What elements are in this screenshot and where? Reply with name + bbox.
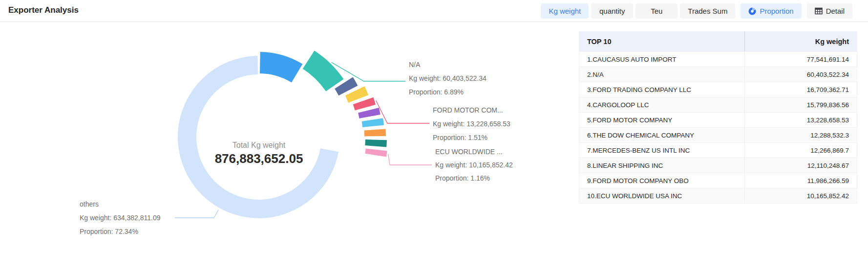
- pie-slice-9[interactable]: [365, 149, 387, 157]
- table-row[interactable]: 10.ECU WORLDWIDE USA INC10,165,852.42: [579, 188, 857, 203]
- callout-na-kg: Kg weight: 60,403,522.34: [409, 71, 487, 85]
- kg-weight-cell: 12,110,248.67: [744, 158, 857, 173]
- kg-weight-cell: 12,266,869.7: [744, 143, 857, 158]
- table-row[interactable]: 6.THE DOW CHEMICAL COMPANY12,288,532.3: [579, 127, 857, 142]
- tab-trades-sum[interactable]: Trades Sum: [680, 3, 735, 19]
- tab-teu[interactable]: Teu: [635, 3, 677, 19]
- pie-slice-7[interactable]: [364, 129, 386, 137]
- callout-na-name: N/A: [409, 58, 487, 71]
- callout-others-kg: Kg weight: 634,382,811.09: [80, 211, 161, 225]
- page-title: Exporter Analysis: [8, 5, 79, 15]
- exporter-name-cell: 1.CAUCASUS AUTO IMPORT: [579, 56, 744, 63]
- page-header: Exporter Analysis Kg weight quantity Teu…: [0, 0, 868, 22]
- exporter-name-cell: 6.THE DOW CHEMICAL COMPANY: [579, 132, 744, 139]
- exporter-name-cell: 5.FORD MOTOR COMPANY: [579, 116, 744, 124]
- exporter-name-cell: 4.CARGOLOOP LLC: [579, 101, 744, 109]
- table-row[interactable]: 9.FORD MOTOR COMPANY OBO11,986,266.59: [579, 173, 857, 188]
- exporter-name-cell: 7.MERCEDES-BENZ US INTL INC: [579, 147, 744, 154]
- top10-table-header: TOP 10 Kg weight: [579, 31, 857, 51]
- callout-na-prop: Proportion: 6.89%: [409, 85, 487, 99]
- label-leader-line: [388, 154, 432, 165]
- pie-slice-others[interactable]: [178, 56, 339, 218]
- top10-table: TOP 10 Kg weight 1.CAUCASUS AUTO IMPORT7…: [579, 31, 857, 204]
- view-button-detail[interactable]: Detail: [807, 3, 852, 19]
- pie-slice-0[interactable]: [260, 52, 302, 83]
- callout-ford-name: FORD MOTOR COM...: [433, 103, 510, 117]
- donut-chart-icon: [748, 7, 756, 15]
- table-icon: [815, 7, 823, 15]
- exporter-name-cell: 8.LINEAR SHIPPING INC: [579, 162, 744, 169]
- view-button-detail-label: Detail: [826, 7, 845, 15]
- callout-others-name: others: [80, 197, 161, 211]
- top10-table-body: 1.CAUCASUS AUTO IMPORT77,541,691.142.N/A…: [579, 51, 857, 203]
- table-row[interactable]: 8.LINEAR SHIPPING INC12,110,248.67: [579, 158, 857, 173]
- pie-slice-8[interactable]: [365, 139, 387, 147]
- callout-na: N/A Kg weight: 60,403,522.34 Proportion:…: [409, 58, 487, 99]
- table-row[interactable]: 7.MERCEDES-BENZ US INTL INC12,266,869.7: [579, 142, 857, 158]
- callout-others: others Kg weight: 634,382,811.09 Proport…: [80, 197, 161, 238]
- pie-slice-6[interactable]: [362, 118, 384, 127]
- callout-ecu-name: ECU WORLDWIDE ...: [435, 145, 513, 159]
- kg-weight-cell: 10,165,852.42: [744, 188, 857, 203]
- callout-ecu-prop: Proportion: 1.16%: [435, 172, 513, 185]
- tab-kg-weight[interactable]: Kg weight: [541, 3, 589, 19]
- kg-weight-cell: 15,799,836.56: [744, 97, 857, 112]
- kg-weight-cell: 13,228,658.53: [744, 113, 857, 127]
- top10-header-name: TOP 10: [579, 38, 744, 46]
- kg-weight-cell: 12,288,532.3: [744, 128, 857, 142]
- view-button-proportion-label: Proportion: [760, 7, 793, 15]
- metric-tab-group: Kg weight quantity Teu Trades Sum Propor…: [541, 3, 852, 19]
- exporter-name-cell: 10.ECU WORLDWIDE USA INC: [579, 192, 744, 200]
- table-row[interactable]: 5.FORD MOTOR COMPANY13,228,658.53: [579, 112, 857, 127]
- kg-weight-cell: 16,709,362.71: [744, 82, 857, 97]
- callout-ford-prop: Proportion: 1.51%: [433, 131, 510, 144]
- kg-weight-cell: 11,986,266.59: [744, 173, 857, 188]
- kg-weight-cell: 77,541,691.14: [744, 52, 857, 67]
- pie-slice-5[interactable]: [358, 108, 381, 118]
- exporter-name-cell: 3.FORD TRADING COMPANY LLC: [579, 86, 744, 93]
- callout-others-prop: Proportion: 72.34%: [80, 225, 161, 238]
- label-leader-line: [175, 210, 218, 218]
- callout-ford-motor: FORD MOTOR COM... Kg weight: 13,228,658.…: [433, 103, 510, 144]
- pie-slice-1[interactable]: [303, 50, 344, 91]
- callout-ecu-kg: Kg weight: 10,165,852.42: [435, 159, 513, 172]
- top10-header-value: Kg weight: [744, 31, 857, 51]
- tab-quantity[interactable]: quantity: [591, 3, 633, 19]
- kg-weight-cell: 60,403,522.34: [744, 67, 857, 82]
- table-row[interactable]: 3.FORD TRADING COMPANY LLC16,709,362.71: [579, 82, 857, 97]
- label-leader-line: [376, 100, 429, 123]
- exporter-name-cell: 9.FORD MOTOR COMPANY OBO: [579, 177, 744, 184]
- table-row[interactable]: 2.N/A60,403,522.34: [579, 67, 857, 82]
- view-button-proportion[interactable]: Proportion: [741, 3, 801, 19]
- exporter-name-cell: 2.N/A: [579, 71, 744, 78]
- callout-ecu-worldwide: ECU WORLDWIDE ... Kg weight: 10,165,852.…: [435, 145, 513, 185]
- table-row[interactable]: 1.CAUCASUS AUTO IMPORT77,541,691.14: [579, 51, 857, 67]
- callout-ford-kg: Kg weight: 13,228,658.53: [433, 117, 510, 131]
- table-row[interactable]: 4.CARGOLOOP LLC15,799,836.56: [579, 97, 857, 112]
